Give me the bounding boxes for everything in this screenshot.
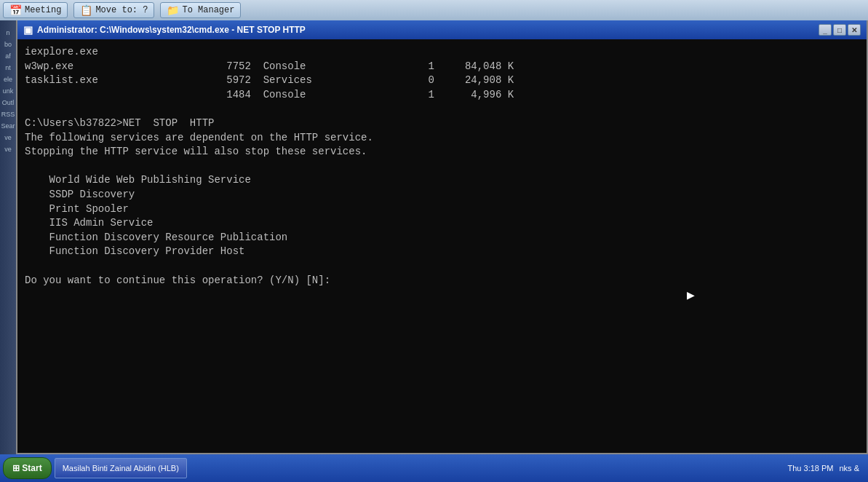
maximize-button[interactable]: □ <box>833 24 846 36</box>
sidebar-label-outl: Outl <box>0 98 16 108</box>
start-button[interactable]: ⊞ Start <box>3 457 52 479</box>
cmd-line-10: World Wide Web Publishing Service <box>25 173 859 188</box>
taskbar-clock: Thu 3:18 PM <box>788 464 834 473</box>
cmd-line-5 <box>25 102 859 116</box>
sidebar-label-ve2: ve <box>0 144 16 154</box>
taskbar-right: Thu 3:18 PM nks & <box>788 464 866 473</box>
cmd-line-9 <box>25 159 859 174</box>
sidebar-label-nt: nt <box>0 63 16 73</box>
cmd-window: ▣ Administrator: C:\Windows\system32\cmd… <box>16 20 868 454</box>
taskbar-bottom: ⊞ Start Masilah Binti Zainal Abidin (HLB… <box>0 454 868 482</box>
cmd-line-3: tasklist.exe 5972 Services 0 24,908 K <box>25 74 859 88</box>
close-button[interactable]: ✕ <box>848 24 861 36</box>
manager-icon: 📁 <box>167 4 179 17</box>
to-manager-button[interactable]: 📁 To Manager <box>160 2 241 18</box>
minimize-button[interactable]: _ <box>819 24 832 36</box>
meeting-button[interactable]: 📅 Meeting <box>3 2 68 18</box>
taskbar-top: 📅 Meeting 📋 Move to: ? 📁 To Manager <box>0 0 868 20</box>
cmd-line-16 <box>25 259 859 274</box>
sidebar-label-rss: RSS <box>0 109 16 119</box>
meeting-icon: 📅 <box>9 4 22 17</box>
window-controls: _ □ ✕ <box>819 24 861 36</box>
start-label: ⊞ Start <box>12 463 42 473</box>
mouse-cursor: ▶ <box>687 287 695 303</box>
sidebar-label-sear: Sear <box>0 121 16 131</box>
taskbar-item-1[interactable]: Masilah Binti Zainal Abidin (HLB) <box>55 458 187 478</box>
cmd-line-15: Function Discovery Provider Host <box>25 245 859 259</box>
sidebar-label-unk: unk <box>0 86 16 96</box>
move-icon: 📋 <box>80 4 92 17</box>
sidebar-label-af: af <box>0 51 16 61</box>
cmd-line-13: IIS Admin Service <box>25 216 859 231</box>
move-label: Move to: ? <box>95 5 148 15</box>
cmd-line-4: 1484 Console 1 4,996 K <box>25 88 859 103</box>
move-to-button[interactable]: 📋 Move to: ? <box>73 2 154 18</box>
sidebar-label-n: n <box>0 28 16 38</box>
cmd-title-text: Administrator: C:\Windows\system32\cmd.e… <box>37 25 306 35</box>
manager-label: To Manager <box>182 5 234 15</box>
sidebar-label-ele: ele <box>0 74 16 84</box>
cmd-line-17: Do you want to continue this operation? … <box>25 274 859 288</box>
cmd-titlebar: ▣ Administrator: C:\Windows\system32\cmd… <box>17 20 867 39</box>
taskbar-extra: nks & <box>839 464 859 473</box>
cmd-content[interactable]: iexplore.exe w3wp.exe 7752 Console 1 84,… <box>17 39 867 453</box>
cmd-line-14: Function Discovery Resource Publication <box>25 231 859 245</box>
cmd-line-2: w3wp.exe 7752 Console 1 84,048 K <box>25 60 859 74</box>
sidebar-label-ve1: ve <box>0 133 16 143</box>
cmd-line-6: C:\Users\b37822>NET STOP HTTP <box>25 116 859 131</box>
cmd-line-11: SSDP Discovery <box>25 188 859 202</box>
meeting-label: Meeting <box>25 5 61 15</box>
cmd-line-7: The following services are dependent on … <box>25 131 859 146</box>
sidebar-label-bo: bo <box>0 39 16 50</box>
cmd-line-8: Stopping the HTTP service will also stop… <box>25 145 859 159</box>
cmd-line-1: iexplore.exe <box>25 45 859 60</box>
taskbar-item-1-label: Masilah Binti Zainal Abidin (HLB) <box>63 464 179 473</box>
cmd-line-12: Print Spooler <box>25 202 859 217</box>
sidebar-left: n bo af nt ele unk Outl RSS Sear ve ve <box>0 20 16 454</box>
cmd-title-icon: ▣ <box>23 24 33 36</box>
